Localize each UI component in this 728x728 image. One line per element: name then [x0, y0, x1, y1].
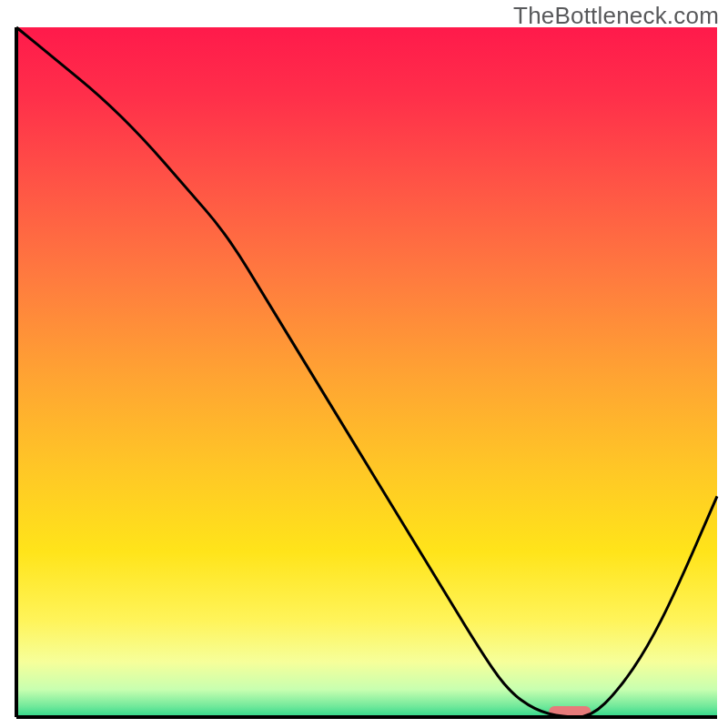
chart-frame: TheBottleneck.com: [0, 0, 728, 728]
bottleneck-chart: [0, 0, 728, 728]
plot-background: [16, 27, 717, 717]
